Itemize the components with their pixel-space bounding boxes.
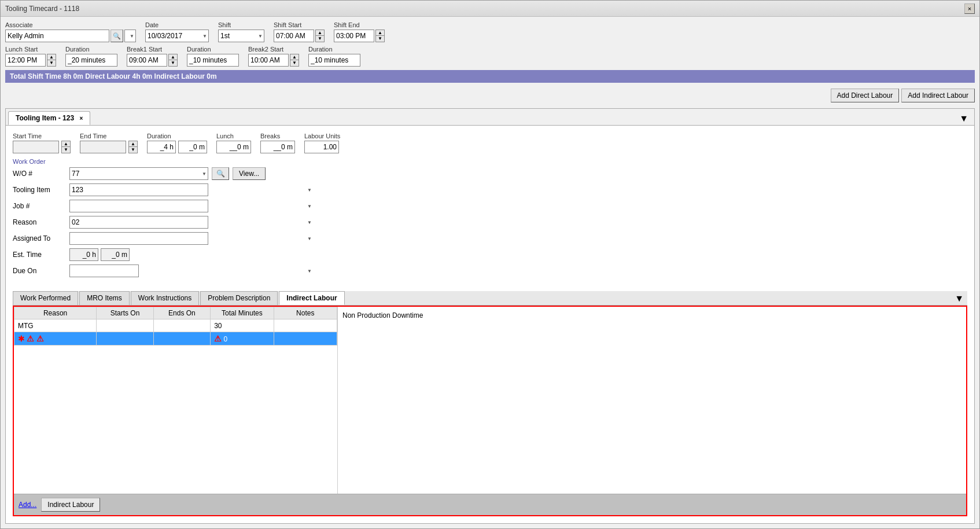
lunch-start-input-row: 12:00 PM ▲ ▼ xyxy=(5,54,56,67)
sub-tab-expand-button[interactable]: ▼ xyxy=(951,292,967,305)
end-time-input[interactable] xyxy=(80,141,126,153)
wo-search-button[interactable]: 🔍 xyxy=(212,167,229,180)
wo-dropdown[interactable]: 77 xyxy=(69,167,208,180)
sub-tabs-section: Work Performed MRO Items Work Instructio… xyxy=(13,284,967,516)
lunch-duration-input[interactable]: _20 minutes xyxy=(65,54,117,67)
labour-units-input[interactable]: 1.00 xyxy=(304,141,339,153)
shift-start-spinner[interactable]: ▲ ▼ xyxy=(315,30,325,42)
tooling-item-tab[interactable]: Tooling Item - 123 × xyxy=(8,111,90,125)
sub-tab-bar: Work Performed MRO Items Work Instructio… xyxy=(13,291,967,306)
end-time-inputs: ▲ ▼ xyxy=(80,141,138,153)
tooling-item-tab-close[interactable]: × xyxy=(79,115,83,122)
lunch-start-field-group: Lunch Start 12:00 PM ▲ ▼ xyxy=(5,46,56,67)
lunch-label: Lunch xyxy=(216,133,251,139)
est-time-h-input[interactable]: _0 h xyxy=(69,248,98,261)
lunch-start-down[interactable]: ▼ xyxy=(47,60,56,66)
start-time-down[interactable]: ▼ xyxy=(62,147,70,153)
lunch-duration-label: Duration xyxy=(65,46,117,53)
window-close-button[interactable]: × xyxy=(964,3,975,14)
indirect-labour-panel: Reason Starts On Ends On xyxy=(13,306,967,516)
duration-h-input[interactable]: _4 h xyxy=(147,141,176,153)
lunch-start-up[interactable]: ▲ xyxy=(47,54,56,60)
shift-end-input[interactable]: 03:00 PM xyxy=(334,30,374,42)
reason-dropdown[interactable]: 02 xyxy=(69,216,208,229)
due-on-dropdown[interactable] xyxy=(69,264,139,277)
tooling-item-dropdown[interactable]: 123 xyxy=(69,183,208,196)
add-direct-labour-button[interactable]: Add Direct Labour xyxy=(831,89,900,102)
non-production-section: Non Production Downtime xyxy=(338,307,966,494)
duration-inputs: _4 h _0 m xyxy=(147,141,207,153)
add-link[interactable]: Add... xyxy=(19,501,36,509)
total-shift-text: Total Shift Time 8h 0m Direct Labour 4h … xyxy=(10,72,217,80)
break2-start-input-row: 10:00 AM ▲ ▼ xyxy=(248,54,299,67)
break2-duration-input[interactable]: _10 minutes xyxy=(308,54,360,67)
lunch-field: Lunch __0 m xyxy=(216,133,251,153)
work-order-form: W/O # 77 🔍 View... Tooling Item xyxy=(13,167,314,277)
break1-start-spinner[interactable]: ▲ ▼ xyxy=(168,54,178,67)
associate-input[interactable]: Kelly Admin xyxy=(5,30,109,42)
table-edit-row[interactable]: ✱ ⚠ ⚠ ⚠ 0 xyxy=(14,332,337,346)
start-time-input[interactable] xyxy=(13,141,59,153)
labour-units-label: Labour Units xyxy=(304,133,340,139)
duration-field: Duration _4 h _0 m xyxy=(147,133,207,153)
break1-start-down[interactable]: ▼ xyxy=(169,60,177,66)
lunch-input[interactable]: __0 m xyxy=(216,141,251,153)
table-row[interactable]: MTG 30 xyxy=(14,319,337,332)
end-time-spinner[interactable]: ▲ ▼ xyxy=(128,141,138,153)
non-production-title: Non Production Downtime xyxy=(342,311,423,319)
start-time-spinner[interactable]: ▲ ▼ xyxy=(61,141,71,153)
work-order-section: Work Order W/O # 77 🔍 View... xyxy=(13,158,967,277)
date-dropdown[interactable]: 10/03/2017 xyxy=(145,30,209,42)
shift-dropdown[interactable]: 1st xyxy=(218,30,264,42)
lunch-start-input[interactable]: 12:00 PM xyxy=(5,54,46,67)
break2-start-down[interactable]: ▼ xyxy=(290,60,299,66)
shift-end-spinner[interactable]: ▲ ▼ xyxy=(375,30,385,42)
assigned-to-dropdown[interactable] xyxy=(69,232,208,245)
work-order-section-label: Work Order xyxy=(13,158,967,165)
end-time-down[interactable]: ▼ xyxy=(129,147,137,153)
end-time-up[interactable]: ▲ xyxy=(129,141,137,147)
tab-problem-description[interactable]: Problem Description xyxy=(200,291,278,305)
tab-work-performed[interactable]: Work Performed xyxy=(13,291,78,305)
add-indirect-labour-button[interactable]: Add Indirect Labour xyxy=(901,89,975,102)
lunch-start-spinner[interactable]: ▲ ▼ xyxy=(47,54,56,67)
shift-start-label: Shift Start xyxy=(274,21,325,28)
wo-label: W/O # xyxy=(13,170,65,178)
break2-start-spinner[interactable]: ▲ ▼ xyxy=(290,54,299,67)
data-notes xyxy=(274,319,337,332)
break2-start-up[interactable]: ▲ xyxy=(290,54,299,60)
break1-start-input[interactable]: 09:00 AM xyxy=(127,54,167,67)
edit-ends-on xyxy=(153,332,210,346)
shift-start-input[interactable]: 07:00 AM xyxy=(274,30,314,42)
tab-indirect-labour[interactable]: Indirect Labour xyxy=(279,291,344,305)
start-time-up[interactable]: ▲ xyxy=(62,141,70,147)
breaks-input[interactable]: __0 m xyxy=(260,141,295,153)
break1-start-up[interactable]: ▲ xyxy=(169,54,177,60)
break1-duration-input[interactable]: _10 minutes xyxy=(187,54,239,67)
associate-search-button[interactable]: 🔍 xyxy=(110,30,123,42)
start-time-label: Start Time xyxy=(13,133,71,139)
shift-start-up[interactable]: ▲ xyxy=(316,30,324,36)
shift-end-down[interactable]: ▼ xyxy=(376,36,384,42)
break2-start-input[interactable]: 10:00 AM xyxy=(248,54,289,67)
header-row-2: Lunch Start 12:00 PM ▲ ▼ Duration _20 mi… xyxy=(5,46,975,67)
assigned-to-label: Assigned To xyxy=(13,234,65,243)
shift-end-field-group: Shift End 03:00 PM ▲ ▼ xyxy=(334,21,385,42)
est-time-inputs: _0 h _0 m xyxy=(69,248,314,261)
tab-mro-items[interactable]: MRO Items xyxy=(79,291,130,305)
tab-work-instructions[interactable]: Work Instructions xyxy=(131,291,199,305)
duration-m-input[interactable]: _0 m xyxy=(178,141,207,153)
window-title: Tooling Timecard - 1118 xyxy=(5,5,79,13)
duration-row: Start Time ▲ ▼ End Time xyxy=(13,133,967,153)
tooling-item-select-wrapper: 123 xyxy=(69,183,314,196)
est-time-m-input[interactable]: _0 m xyxy=(101,248,130,261)
error-icon-minutes: ⚠ xyxy=(214,334,222,343)
indirect-labour-action-button[interactable]: Indirect Labour xyxy=(41,498,100,512)
associate-dropdown[interactable] xyxy=(124,30,136,42)
job-dropdown[interactable] xyxy=(69,200,208,212)
wo-view-button[interactable]: View... xyxy=(233,167,266,180)
break2-start-field-group: Break2 Start 10:00 AM ▲ ▼ xyxy=(248,46,299,67)
tab-expand-button[interactable]: ▼ xyxy=(956,112,972,125)
shift-start-down[interactable]: ▼ xyxy=(316,36,324,42)
shift-end-up[interactable]: ▲ xyxy=(376,30,384,36)
